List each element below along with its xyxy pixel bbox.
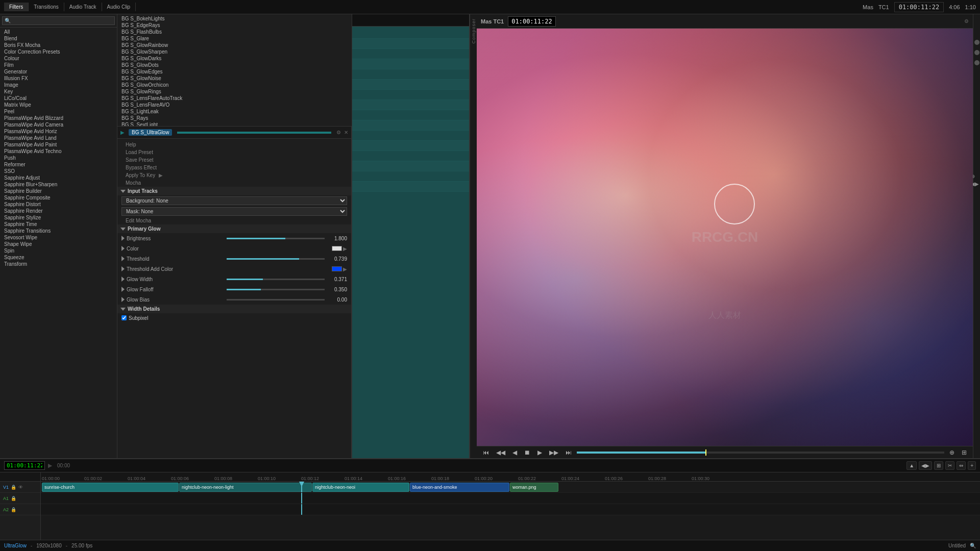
sub-effect-gloworch[interactable]: BG S_GlowOrchicon xyxy=(117,82,352,88)
edit-mocha-item[interactable]: Edit Mocha xyxy=(117,217,351,224)
tool-add[interactable]: + xyxy=(968,461,976,470)
threshold-expand[interactable] xyxy=(121,256,125,261)
effect-item-sevosort[interactable]: Sevosort Wipe xyxy=(0,234,117,241)
effect-item-plasma-blizzard[interactable]: PlasmaWipe Avid Blizzard xyxy=(0,115,117,121)
mocha-item[interactable]: Mocha xyxy=(117,179,351,187)
tab-audio-track[interactable]: Audio Track xyxy=(64,3,102,11)
threshold-add-color-expand[interactable] xyxy=(121,266,125,271)
sub-effect-lensflare-auto[interactable]: BG S_LensFlareAutoTrack xyxy=(117,95,352,102)
sub-effect-rays[interactable]: BG S_Rays xyxy=(117,115,352,121)
sub-effect-flashbulbs[interactable]: BG S_FlashBulbs xyxy=(117,29,352,35)
effect-item-plasma-land[interactable]: PlasmaWipe Avid Land xyxy=(0,135,117,141)
width-details-header[interactable]: Width Details xyxy=(117,305,351,313)
brightness-expand[interactable] xyxy=(121,236,125,241)
effect-item-sapphire-stylize[interactable]: Sapphire Stylize xyxy=(0,214,117,221)
progress-bar[interactable] xyxy=(577,452,944,454)
tool-move[interactable]: ⊞ xyxy=(934,461,943,470)
sub-effect-glowrainbow[interactable]: BG S_GlowRainbow xyxy=(117,42,352,48)
sub-effect-glowedges[interactable]: BG S_GlowEdges xyxy=(117,68,352,75)
v1-eye-icon[interactable]: 👁 xyxy=(18,485,23,490)
effect-item-plasma-techno[interactable]: PlasmaWipe Avid Techno xyxy=(0,148,117,155)
sub-effect-lensflare-avo[interactable]: BG S_LensFlareAVO xyxy=(117,102,352,108)
sub-effect-glare[interactable]: BG S_Glare xyxy=(117,35,352,42)
threshold-add-color-swatch[interactable] xyxy=(332,266,342,271)
brightness-value[interactable]: 1.800 xyxy=(327,236,347,241)
effect-collapse-icon[interactable]: ▶ xyxy=(120,130,125,135)
glow-falloff-value[interactable]: 0.350 xyxy=(327,287,347,292)
clip-woman[interactable]: woman.png xyxy=(510,483,558,492)
tab-transitions[interactable]: Transitions xyxy=(29,3,64,11)
sub-effect-glowdots[interactable]: BG S_GlowDots xyxy=(117,62,352,68)
effect-item-sapphire-time[interactable]: Sapphire Time xyxy=(0,221,117,228)
color-swatch[interactable] xyxy=(332,246,342,251)
effect-item-shape[interactable]: Shape Wipe xyxy=(0,241,117,247)
zoom-btn[interactable]: ⊕ xyxy=(947,448,957,457)
effect-item-push[interactable]: Push xyxy=(0,155,117,161)
help-item[interactable]: Help xyxy=(117,141,351,148)
clip-blue-neon[interactable]: blue-neon-and-smoke xyxy=(410,483,509,492)
input-tracks-header[interactable]: Input Tracks xyxy=(117,187,351,195)
effect-close-icon[interactable]: ✕ xyxy=(344,130,348,135)
threshold-value[interactable]: 0.739 xyxy=(327,256,347,262)
glow-falloff-expand[interactable] xyxy=(121,287,125,292)
effect-item-blend[interactable]: Blend xyxy=(0,35,117,42)
effect-gear-icon[interactable]: ⚙ xyxy=(336,130,341,135)
effect-item-spin[interactable]: Spin xyxy=(0,247,117,254)
effect-item-colour[interactable]: Colour xyxy=(0,55,117,62)
effect-item-sapphire-render[interactable]: Sapphire Render xyxy=(0,208,117,214)
effect-item-squeeze[interactable]: Squeeze xyxy=(0,254,117,261)
glow-bias-value[interactable]: 0.00 xyxy=(327,297,347,303)
clip-nightclub2[interactable]: nightclub-neon-neoi xyxy=(312,483,409,492)
sub-effect-glowrings[interactable]: BG S_GlowRings xyxy=(117,88,352,95)
effect-item-peel[interactable]: Peel xyxy=(0,108,117,115)
clip-sunrise-church[interactable]: sunrise-church xyxy=(42,483,179,492)
play-prev-btn[interactable]: ⏮ xyxy=(481,448,491,457)
effect-item-generator[interactable]: Generator xyxy=(0,68,117,75)
play-btn[interactable]: ▶ xyxy=(535,448,544,457)
effect-item-plasma-horiz[interactable]: PlasmaWipe Avid Horiz xyxy=(0,128,117,135)
effect-item-sso[interactable]: SSO xyxy=(0,168,117,174)
effect-item-sapphire-transitions[interactable]: Sapphire Transitions xyxy=(0,228,117,234)
apply-to-key-item[interactable]: Apply To Key ▶ xyxy=(117,171,351,179)
effect-item-illusion[interactable]: Illusion FX xyxy=(0,75,117,82)
stop-btn[interactable]: ⏹ xyxy=(522,448,532,457)
effect-item-matrix[interactable]: Matrix Wipe xyxy=(0,102,117,108)
color-expand[interactable] xyxy=(121,246,125,251)
step-back-btn[interactable]: ◀ xyxy=(510,448,519,457)
load-preset-item[interactable]: Load Preset xyxy=(117,148,351,156)
effect-item-sapphire-composite[interactable]: Sapphire Composite xyxy=(0,194,117,201)
a1-lock-icon[interactable]: 🔒 xyxy=(11,496,16,501)
background-dropdown[interactable]: Background: None xyxy=(121,196,347,205)
effect-item-plasma-camera[interactable]: PlasmaWipe Avid Camera xyxy=(0,121,117,128)
play-next-btn[interactable]: ⏭ xyxy=(564,448,574,457)
effect-item-transform[interactable]: Transform xyxy=(0,261,117,267)
tab-filters[interactable]: Filters xyxy=(4,3,29,11)
effect-item-colorcorrection[interactable]: Color Correction Presets xyxy=(0,48,117,55)
glow-width-value[interactable]: 0.371 xyxy=(327,277,347,282)
brightness-slider[interactable] xyxy=(227,238,325,239)
strip-icon-2[interactable] xyxy=(974,50,979,55)
sub-effect-edgerays[interactable]: BG S_EdgeRays xyxy=(117,22,352,29)
glow-width-expand[interactable] xyxy=(121,277,125,282)
effect-item-sapphire-blur[interactable]: Sapphire Blur+Sharpen xyxy=(0,181,117,188)
bypass-effect-item[interactable]: Bypass Effect xyxy=(117,164,351,171)
subpixel-checkbox[interactable] xyxy=(121,315,127,320)
strip-icon-3[interactable] xyxy=(974,60,979,65)
effect-item-plasma-paint[interactable]: PlasmaWipe Avid Paint xyxy=(0,141,117,148)
effect-item-image[interactable]: Image xyxy=(0,82,117,88)
sub-effect-sextlight[interactable]: BG S_SextLight xyxy=(117,121,352,126)
effect-item-sapphire-adjust[interactable]: Sapphire Adjust xyxy=(0,174,117,181)
rewind-btn[interactable]: ◀◀ xyxy=(494,448,507,457)
primary-glow-header[interactable]: Primary Glow xyxy=(117,224,351,233)
sub-effect-glowsharpen[interactable]: BG S_GlowSharpen xyxy=(117,48,352,55)
v1-lock-icon[interactable]: 🔒 xyxy=(11,485,16,490)
color-arrow[interactable]: ▶ xyxy=(343,246,347,252)
glow-falloff-slider[interactable] xyxy=(227,289,325,290)
sub-effect-glowdarks[interactable]: BG S_GlowDarks xyxy=(117,55,352,62)
clip-nightclub[interactable]: nightclub-neon-neon-light xyxy=(179,483,312,492)
tool-select[interactable]: ▲ xyxy=(906,461,917,470)
tab-audio-clip[interactable]: Audio Clip xyxy=(102,3,136,11)
effect-item-all[interactable]: All xyxy=(0,29,117,35)
a2-lock-icon[interactable]: 🔒 xyxy=(11,507,16,512)
status-search-icon[interactable]: 🔍 xyxy=(970,543,976,548)
